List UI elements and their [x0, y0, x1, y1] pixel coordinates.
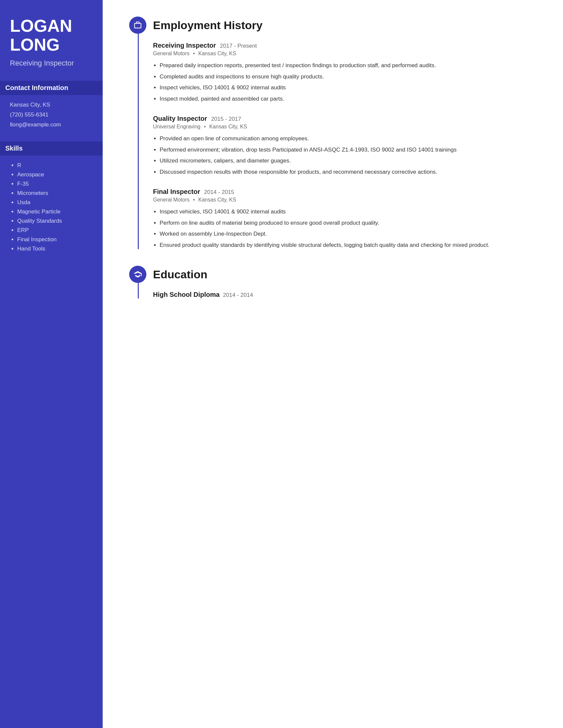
job-bullets: Provided an open line of communication a… [153, 134, 543, 176]
contact-phone: (720) 555-6341 [10, 112, 93, 118]
contact-info: Kansas City, KS (720) 555-6341 llong@exa… [10, 102, 93, 128]
skill-item: Quality Standards [17, 218, 93, 224]
skill-item: Usda [17, 199, 93, 206]
job-company: General Motors • Kansas City, KS [153, 197, 543, 203]
contact-section-title: Contact Information [0, 81, 103, 95]
education-block: High School Diploma2014 - 2014 [129, 291, 543, 298]
job-bullet: Inspect molded, painted and assembled ca… [160, 95, 543, 103]
sidebar: LOGAN LONG Receiving Inspector Contact I… [0, 0, 103, 728]
job-title: Final Inspector [153, 188, 200, 196]
job-bullet: Ensured product quality standards by ide… [160, 241, 543, 250]
education-container: High School Diploma2014 - 2014 [129, 291, 543, 298]
skills-section: RAerospaceF-35MicrometersUsdaMagnetic Pa… [10, 162, 93, 252]
candidate-title: Receiving Inspector [10, 59, 93, 68]
skill-item: Hand Tools [17, 246, 93, 252]
job-dates: 2015 - 2017 [211, 116, 241, 122]
job-bullet: Discussed inspection results with those … [160, 168, 543, 176]
job-dates: 2017 - Present [220, 43, 257, 49]
job-header: Quality Inspector2015 - 2017 [153, 115, 543, 122]
edu-degree: High School Diploma [153, 291, 219, 298]
skills-list: RAerospaceF-35MicrometersUsdaMagnetic Pa… [10, 162, 93, 252]
skill-item: F-35 [17, 181, 93, 187]
employment-section: Employment History Receiving Inspector20… [129, 17, 543, 249]
contact-location: Kansas City, KS [10, 102, 93, 108]
job-company: Universal Engraving • Kansas City, KS [153, 124, 543, 130]
main-content: Employment History Receiving Inspector20… [103, 0, 563, 728]
job-bullet: Perform on line audits of material being… [160, 219, 543, 227]
education-header: Education [129, 266, 543, 283]
skill-item: R [17, 162, 93, 169]
skill-item: Aerospace [17, 171, 93, 178]
employment-title: Employment History [153, 19, 262, 32]
contact-email: llong@example.com [10, 121, 93, 128]
job-title: Receiving Inspector [153, 42, 216, 49]
education-title: Education [153, 268, 207, 281]
job-header: Receiving Inspector2017 - Present [153, 42, 543, 49]
job-block: Quality Inspector2015 - 2017Universal En… [129, 115, 543, 176]
job-company: General Motors • Kansas City, KS [153, 51, 543, 57]
job-header: Final Inspector2014 - 2015 [153, 188, 543, 196]
graduation-icon [129, 266, 146, 283]
job-block: Receiving Inspector2017 - PresentGeneral… [129, 42, 543, 103]
briefcase-icon [129, 17, 146, 34]
employment-header: Employment History [129, 17, 543, 34]
job-block: Final Inspector2014 - 2015General Motors… [129, 188, 543, 249]
education-section: Education High School Diploma2014 - 2014 [129, 266, 543, 298]
skill-item: Micrometers [17, 190, 93, 197]
job-bullets: Inspect vehicles, ISO 14001 & 9002 inter… [153, 207, 543, 249]
skill-item: ERP [17, 227, 93, 234]
job-bullet: Inspect vehicles, ISO 14001 & 9002 inter… [160, 207, 543, 216]
job-bullet: Completed audits and inspections to ensu… [160, 72, 543, 81]
skills-section-title: Skills [0, 141, 103, 156]
candidate-name: LOGAN LONG [10, 17, 93, 54]
job-title: Quality Inspector [153, 115, 207, 122]
job-bullet: Inspect vehicles, ISO 14001 & 9002 inter… [160, 83, 543, 92]
skill-item: Magnetic Particle [17, 208, 93, 215]
job-bullet: Worked on assembly Line-Inspection Dept. [160, 230, 543, 238]
job-bullets: Prepared daily inspection reports, prese… [153, 61, 543, 103]
job-bullet: Prepared daily inspection reports, prese… [160, 61, 543, 70]
job-bullet: Performed environment; vibration, drop t… [160, 146, 543, 154]
jobs-container: Receiving Inspector2017 - PresentGeneral… [129, 42, 543, 249]
job-dates: 2014 - 2015 [204, 189, 234, 196]
job-bullet: Provided an open line of communication a… [160, 134, 543, 143]
job-bullet: Utilized micrometers, calipers, and diam… [160, 157, 543, 165]
skill-item: Final Inspection [17, 236, 93, 243]
edu-dates: 2014 - 2014 [223, 292, 253, 298]
edu-timeline-line [138, 283, 139, 298]
